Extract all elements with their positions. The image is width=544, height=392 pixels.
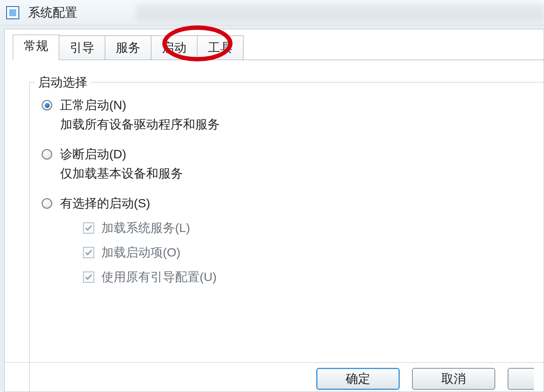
titlebar-shadow bbox=[136, 4, 544, 21]
window-title: 系统配置 bbox=[28, 4, 77, 21]
cancel-button-label: 取消 bbox=[441, 371, 466, 387]
tab-label: 常规 bbox=[24, 39, 48, 53]
tab-label: 工具 bbox=[208, 41, 233, 54]
tab-label: 启动 bbox=[162, 41, 186, 54]
tab-content: 启动选择 正常启动(N) 加载所有设备驱动程序和服务 诊断启动(D) 仅加载基本… bbox=[5, 60, 544, 302]
titlebar: 系统配置 bbox=[0, 0, 544, 25]
startup-selection-group: 启动选择 正常启动(N) 加载所有设备驱动程序和服务 诊断启动(D) 仅加载基本… bbox=[29, 74, 525, 285]
tab-label: 引导 bbox=[70, 41, 94, 54]
tab-services[interactable]: 服务 bbox=[105, 36, 151, 60]
tab-tools[interactable]: 工具 bbox=[197, 36, 243, 60]
msconfig-icon bbox=[6, 6, 19, 19]
tab-startup[interactable]: 启动 bbox=[151, 36, 197, 60]
tab-boot[interactable]: 引导 bbox=[59, 36, 105, 60]
ok-button-label: 确定 bbox=[346, 371, 370, 387]
tab-general[interactable]: 常规 bbox=[13, 35, 59, 60]
tab-strip: 常规 引导 服务 启动 工具 bbox=[5, 36, 544, 60]
apply-button-partial[interactable] bbox=[508, 368, 534, 390]
tab-label: 服务 bbox=[116, 41, 140, 54]
dialog-body: 常规 引导 服务 启动 工具 启动选择 正常启动(N) 加载所有设备驱动程序和服… bbox=[4, 29, 544, 392]
button-bar: 确定 取消 bbox=[316, 356, 544, 392]
group-legend: 启动选择 bbox=[35, 74, 91, 91]
ok-button[interactable]: 确定 bbox=[316, 368, 400, 390]
cancel-button[interactable]: 取消 bbox=[412, 368, 495, 390]
